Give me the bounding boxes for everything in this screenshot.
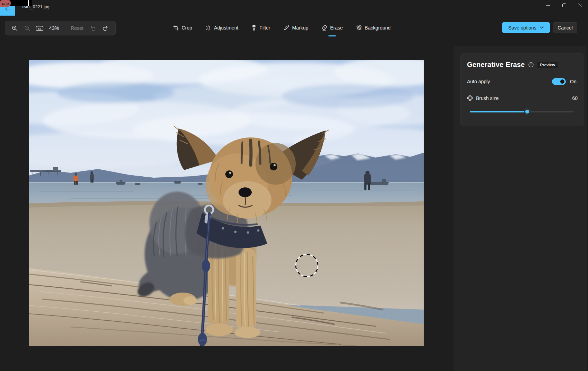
auto-apply-label: Auto apply: [467, 79, 490, 84]
back-arrow-icon: [5, 7, 11, 11]
tab-label: Filter: [259, 25, 270, 31]
svg-text:1:1: 1:1: [38, 27, 41, 29]
adjustment-sun-icon: [205, 25, 211, 31]
chevron-down-icon: [540, 26, 544, 29]
php-overlay-badge: php: [0, 0, 11, 7]
zoom-out-icon: [24, 25, 30, 31]
close-button[interactable]: [572, 0, 588, 10]
zoom-in-icon: [12, 25, 18, 31]
minimize-button[interactable]: [540, 0, 556, 10]
tab-label: Markup: [292, 25, 309, 31]
actual-size-button[interactable]: 1:1: [34, 23, 45, 34]
save-options-label: Save options: [508, 25, 536, 31]
brush-size-icon: [467, 95, 473, 101]
reset-button[interactable]: Reset: [68, 25, 86, 31]
preview-badge: Preview: [537, 62, 558, 68]
edit-tabs: Crop Adjustment Filter Markup Er: [173, 21, 391, 35]
cancel-button[interactable]: Cancel: [553, 22, 577, 33]
redo-icon: [102, 25, 109, 31]
tab-label: Adjustment: [214, 25, 238, 31]
zoom-toolbar: 1:1 43% Reset: [5, 21, 116, 35]
tab-crop[interactable]: Crop: [173, 21, 192, 35]
brush-size-label: Brush size: [476, 95, 499, 101]
tab-filter[interactable]: Filter: [251, 21, 270, 35]
brush-size-value: 60: [572, 95, 578, 101]
auto-apply-state: On: [570, 79, 578, 84]
tab-label: Erase: [330, 25, 343, 31]
background-icon: [356, 25, 362, 31]
tab-erase[interactable]: Erase: [321, 21, 343, 35]
erase-icon: [321, 25, 327, 31]
redo-button[interactable]: [100, 23, 111, 34]
toolbar-divider: [65, 24, 65, 33]
generative-erase-card: Generative Erase Preview Auto apply On B…: [460, 53, 584, 126]
tab-markup[interactable]: Markup: [284, 21, 309, 35]
toggle-knob: [560, 79, 564, 84]
minimize-icon: [546, 3, 550, 7]
slider-thumb-dot: [525, 110, 529, 113]
filter-icon: [251, 25, 257, 31]
auto-apply-toggle[interactable]: [552, 78, 566, 85]
tab-label: Background: [365, 25, 391, 31]
maximize-icon: [562, 3, 566, 7]
dog-beach-photo: [29, 60, 424, 346]
markup-pen-icon: [284, 25, 289, 31]
text-caret-artifact: [28, 0, 29, 6]
photos-app-window: { "titlebar": { "overlay_badge": "php", …: [0, 0, 588, 371]
window-controls: [540, 0, 588, 10]
panel-title: Generative Erase: [467, 61, 525, 69]
zoom-out-button[interactable]: [21, 23, 33, 34]
save-options-button[interactable]: Save options: [502, 22, 550, 33]
tab-adjustment[interactable]: Adjustment: [205, 21, 238, 35]
tab-label: Crop: [182, 25, 192, 31]
slider-fill: [470, 111, 527, 112]
maximize-button[interactable]: [556, 0, 572, 10]
erase-panel: Generative Erase Preview Auto apply On B…: [453, 46, 587, 371]
close-icon: [578, 3, 582, 7]
zoom-in-button[interactable]: [9, 23, 20, 34]
brush-size-slider[interactable]: [467, 108, 578, 115]
info-icon[interactable]: [528, 62, 534, 67]
undo-icon: [90, 25, 96, 31]
photo-canvas[interactable]: [29, 60, 424, 346]
undo-button[interactable]: [87, 23, 99, 34]
zoom-level: 43%: [46, 25, 62, 31]
crop-icon: [173, 25, 179, 31]
tab-background[interactable]: Background: [356, 21, 391, 35]
cancel-label: Cancel: [557, 25, 573, 31]
slider-thumb[interactable]: [524, 108, 530, 115]
back-button[interactable]: [0, 6, 15, 16]
one-to-one-icon: 1:1: [36, 25, 43, 31]
